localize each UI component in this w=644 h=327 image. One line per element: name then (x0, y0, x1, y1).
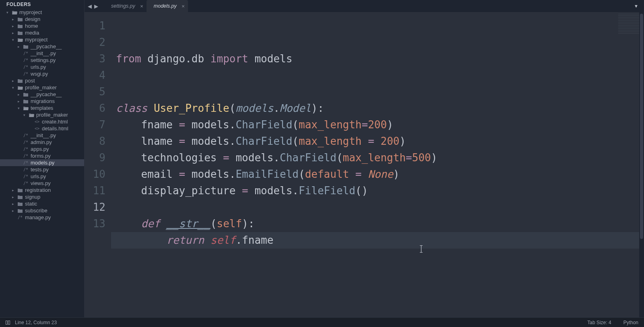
disclosure-arrow-icon[interactable]: ▸ (12, 79, 16, 83)
file-item[interactable]: /*manage.py (0, 214, 84, 221)
code-line[interactable]: lname = models.CharField(max_length = 20… (111, 133, 644, 150)
tree-item-label: manage.py (25, 214, 51, 220)
file-item[interactable]: /*views.py (0, 180, 84, 187)
tree-item-label: media (25, 30, 39, 36)
tree-item-label: design (25, 16, 40, 22)
file-type-icon: <> (34, 119, 40, 125)
status-bar: Line 12, Column 23 Tab Size: 4 Python (0, 317, 644, 327)
folder-item[interactable]: ▸migrations (0, 98, 84, 105)
tree-item-label: __pycache__ (31, 43, 62, 49)
tree-item-label: home (25, 23, 38, 29)
disclosure-arrow-icon[interactable]: ▾ (12, 86, 16, 90)
folder-icon (28, 112, 35, 118)
folder-icon (11, 10, 18, 15)
file-type-icon: /* (17, 215, 23, 220)
code-line[interactable]: return self.fname (111, 232, 644, 249)
file-item[interactable]: <>create.html (0, 118, 84, 125)
folder-item[interactable]: ▸post (0, 77, 84, 84)
code-line[interactable]: def __str__(self): (111, 216, 644, 232)
tree-item-label: migrations (31, 98, 55, 104)
disclosure-arrow-icon[interactable]: ▸ (12, 31, 16, 35)
folder-item[interactable]: ▾myproject (0, 9, 84, 16)
file-item[interactable]: /*wsgi.py (0, 70, 84, 77)
code-line[interactable] (111, 199, 644, 216)
file-item[interactable]: /*settings.py (0, 57, 84, 64)
disclosure-arrow-icon[interactable]: ▸ (12, 209, 16, 213)
panel-switcher-icon[interactable] (6, 321, 10, 325)
file-item[interactable]: /*forms.py (0, 152, 84, 159)
disclosure-arrow-icon[interactable]: ▸ (12, 202, 16, 206)
vertical-scrollbar[interactable] (639, 12, 644, 317)
editor-column: ◀ ▶ settings.py×models.py× ▼ 12345678910… (85, 0, 644, 317)
language-mode[interactable]: Python (623, 320, 638, 325)
folder-icon (23, 105, 29, 111)
editor-tab[interactable]: settings.py× (104, 0, 147, 12)
folder-icon (17, 85, 23, 90)
disclosure-arrow-icon[interactable]: ▾ (23, 113, 27, 117)
file-item[interactable]: /*admin.py (0, 139, 84, 146)
code-line[interactable]: display_picture = models.FileField() (111, 183, 644, 199)
disclosure-arrow-icon[interactable]: ▸ (12, 195, 16, 199)
tree-item-label: views.py (31, 180, 51, 186)
folder-item[interactable]: ▸signup (0, 193, 84, 200)
nav-forward-icon[interactable]: ▶ (94, 3, 98, 9)
file-item[interactable]: /*urls.py (0, 64, 84, 70)
tab-size[interactable]: Tab Size: 4 (587, 320, 611, 325)
file-item[interactable]: /*tests.py (0, 166, 84, 173)
folder-item[interactable]: ▸static (0, 200, 84, 207)
folder-item[interactable]: ▾profile_maker (0, 111, 84, 118)
tab-bar: ◀ ▶ settings.py×models.py× ▼ (85, 0, 644, 12)
editor-tab[interactable]: models.py× (147, 0, 188, 12)
tab-menu-icon[interactable]: ▼ (634, 4, 638, 8)
line-number: 5 (85, 84, 105, 100)
editor-body[interactable]: 12345678910111213 from django.db import … (85, 12, 644, 317)
folder-item[interactable]: ▾profile_maker (0, 84, 84, 91)
nav-back-icon[interactable]: ◀ (88, 3, 92, 9)
minimap[interactable] (618, 14, 642, 34)
tree-item-label: details.html (42, 125, 68, 132)
code-line[interactable]: technologies = models.CharField(max_leng… (111, 150, 644, 166)
disclosure-arrow-icon[interactable]: ▾ (6, 10, 10, 14)
file-item[interactable]: /*models.py (0, 159, 84, 166)
file-item[interactable]: /*apps.py (0, 146, 84, 152)
file-item[interactable]: /*__init__.py (0, 132, 84, 139)
disclosure-arrow-icon[interactable]: ▾ (12, 38, 16, 42)
disclosure-arrow-icon[interactable]: ▸ (12, 17, 16, 21)
folder-item[interactable]: ▸subscribe (0, 207, 84, 214)
file-item[interactable]: /*__init__.py (0, 50, 84, 57)
close-icon[interactable]: × (140, 3, 143, 9)
disclosure-arrow-icon[interactable]: ▸ (12, 24, 16, 28)
folder-item[interactable]: ▾myproject (0, 36, 84, 43)
code-line[interactable]: class User_Profile(models.Model): (111, 100, 644, 117)
disclosure-arrow-icon[interactable]: ▸ (18, 45, 22, 49)
folder-item[interactable]: ▸registration (0, 187, 84, 193)
folder-item[interactable]: ▸__pycache__ (0, 43, 84, 50)
folder-item[interactable]: ▸__pycache__ (0, 91, 84, 98)
code-line[interactable]: email = models.EmailField(default = None… (111, 166, 644, 183)
folder-icon (23, 92, 29, 97)
code-line[interactable]: from django.db import models (111, 51, 644, 67)
disclosure-arrow-icon[interactable]: ▸ (18, 93, 22, 97)
folder-item[interactable]: ▾templates (0, 105, 84, 111)
line-number: 10 (85, 166, 105, 183)
file-item[interactable]: /*urls.py (0, 173, 84, 180)
code-line[interactable] (111, 249, 644, 265)
cursor-position[interactable]: Line 12, Column 23 (15, 320, 57, 325)
text-cursor-icon (421, 245, 421, 253)
code-line[interactable] (111, 84, 644, 100)
line-number: 6 (85, 100, 105, 117)
disclosure-arrow-icon[interactable]: ▸ (18, 99, 22, 103)
file-item[interactable]: <>details.html (0, 125, 84, 132)
folder-item[interactable]: ▸design (0, 16, 84, 23)
folder-item[interactable]: ▸home (0, 23, 84, 29)
code-line[interactable] (111, 67, 644, 84)
disclosure-arrow-icon[interactable]: ▾ (18, 106, 22, 110)
code-area[interactable]: from django.db import modelsclass User_P… (111, 12, 644, 317)
close-icon[interactable]: × (182, 3, 185, 9)
code-line[interactable]: fname = models.CharField(max_length=200) (111, 117, 644, 133)
folder-sidebar: FOLDERS ▾myproject▸design▸home▸media▾myp… (0, 0, 85, 317)
disclosure-arrow-icon[interactable]: ▸ (12, 188, 16, 192)
folder-icon (17, 16, 23, 22)
tree-item-label: settings.py (31, 57, 56, 63)
folder-item[interactable]: ▸media (0, 29, 84, 36)
